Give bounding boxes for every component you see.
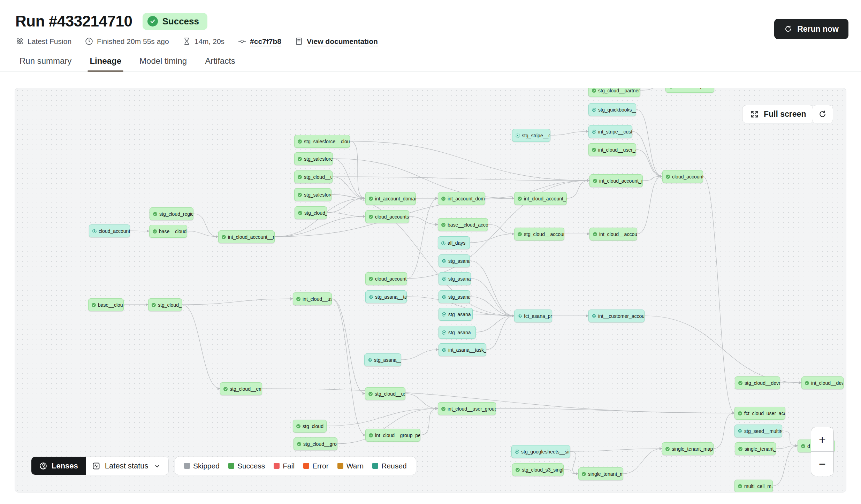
lenses-button[interactable]: Lenses bbox=[31, 457, 86, 475]
tab-lineage[interactable]: Lineage bbox=[90, 56, 121, 71]
graph-node[interactable]: single_tenant_map… bbox=[578, 467, 623, 480]
status-badge: Success bbox=[143, 13, 207, 30]
graph-node[interactable]: stg_cloud__group… bbox=[294, 437, 337, 450]
zoom-out-button[interactable]: − bbox=[811, 452, 833, 476]
graph-node[interactable]: stg_asana… bbox=[439, 254, 470, 267]
graph-node[interactable]: int_cloud_account__m… bbox=[218, 230, 275, 243]
graph-node[interactable]: int_cloud__devel… bbox=[801, 376, 844, 389]
graph-node[interactable]: stg_salesforce__cloud_… bbox=[294, 135, 350, 148]
clock-icon bbox=[85, 37, 93, 46]
graph-node[interactable]: cloud_account… bbox=[89, 224, 130, 237]
graph-node[interactable]: fct_asana_proj… bbox=[514, 310, 552, 322]
graph-node[interactable]: stg_cloud__devel… bbox=[735, 376, 780, 389]
success-status-icon bbox=[801, 444, 805, 448]
success-status-icon bbox=[593, 232, 597, 236]
tab-artifacts[interactable]: Artifacts bbox=[205, 56, 235, 71]
graph-node[interactable]: stg_cloud_region… bbox=[150, 207, 193, 220]
tab-model-timing[interactable]: Model timing bbox=[139, 56, 187, 71]
legend-label: Error bbox=[312, 462, 329, 470]
graph-node[interactable]: stg_asana_… bbox=[439, 272, 471, 285]
graph-node[interactable]: int_cloud__partner_con… bbox=[665, 88, 714, 93]
reused-status-icon bbox=[516, 133, 520, 138]
success-status-icon bbox=[298, 175, 302, 179]
graph-node[interactable]: int_cloud__accoun… bbox=[589, 228, 637, 240]
refresh-graph-button[interactable] bbox=[812, 105, 833, 123]
success-status-icon bbox=[369, 433, 373, 437]
graph-node[interactable]: stg_cloud_… bbox=[293, 420, 327, 433]
graph-node-label: int_cloud_account_ma… bbox=[524, 196, 567, 201]
graph-node[interactable]: fct_cloud_user_acc… bbox=[734, 407, 785, 420]
commit-link[interactable]: #cc7f7b8 bbox=[250, 37, 281, 46]
success-status-icon bbox=[369, 215, 373, 219]
graph-node-label: stg_stripe__c… bbox=[522, 133, 550, 138]
graph-node[interactable]: stg_seed__multireg… bbox=[734, 425, 782, 437]
graph-node[interactable]: cloud_account… bbox=[365, 272, 407, 285]
graph-node-label: int_cloud__user_ac… bbox=[598, 147, 636, 153]
graph-node[interactable]: stg_salesforce… bbox=[294, 188, 332, 201]
graph-node[interactable]: int_cloud__user_ac… bbox=[588, 143, 636, 156]
graph-node[interactable]: base__cloud_… bbox=[149, 225, 187, 238]
graph-node[interactable]: single_tenant_… bbox=[735, 442, 776, 455]
graph-node[interactable]: int_account_domain… bbox=[365, 192, 416, 205]
graph-node[interactable]: int_account_dom… bbox=[438, 192, 485, 205]
aperture-icon bbox=[39, 462, 47, 470]
graph-node[interactable]: int_asana__task_s… bbox=[439, 343, 486, 356]
legend-swatch-reused bbox=[372, 463, 378, 469]
run-meta: Latest Fusion Finished 20m 55s ago 14m, … bbox=[0, 30, 861, 46]
success-status-icon bbox=[369, 277, 373, 281]
graph-node[interactable]: base__clou… bbox=[88, 298, 124, 311]
graph-node[interactable]: stg_cloud_s3_singl… bbox=[512, 463, 564, 476]
graph-node[interactable]: stg_asana… bbox=[439, 290, 470, 303]
graph-node[interactable]: single_tenant_mapp… bbox=[662, 442, 714, 455]
lens-status-dropdown[interactable]: Latest status bbox=[86, 457, 168, 475]
graph-node-label: int_cloud__accoun… bbox=[599, 231, 637, 237]
graph-node[interactable]: cloud_accounts_… bbox=[365, 210, 409, 223]
zoom-in-button[interactable]: + bbox=[811, 427, 833, 452]
graph-node[interactable]: stg_asana__pr… bbox=[439, 326, 476, 339]
graph-node[interactable]: int_cloud__us… bbox=[293, 292, 332, 305]
tab-run-summary[interactable]: Run summary bbox=[20, 56, 71, 71]
graph-node-label: base__cloud_… bbox=[159, 229, 187, 234]
docs-meta: View documentation bbox=[295, 37, 378, 46]
graph-node[interactable]: stg_asana__… bbox=[439, 308, 473, 321]
graph-node[interactable]: int_cloud__user_group… bbox=[438, 402, 496, 415]
full-screen-button[interactable]: Full screen bbox=[742, 105, 814, 123]
graph-node[interactable]: stg_cloud__… bbox=[295, 206, 327, 219]
graph-node[interactable]: int__customer_account… bbox=[588, 310, 645, 322]
graph-node[interactable]: stg_salesforce_… bbox=[294, 152, 333, 165]
graph-node[interactable]: stg_cloud__us… bbox=[294, 170, 333, 183]
graph-node[interactable]: stg_cloud__… bbox=[148, 298, 182, 311]
reused-status-icon bbox=[442, 330, 446, 335]
graph-node[interactable]: stg_quickbooks__a… bbox=[588, 103, 636, 116]
graph-node-label: int_cloud__devel… bbox=[811, 380, 844, 386]
graph-node[interactable]: stg_asana__… bbox=[364, 353, 401, 366]
graph-node-label: int_cloud__us… bbox=[303, 296, 332, 302]
rerun-now-button[interactable]: Rerun now bbox=[774, 19, 848, 39]
graph-node[interactable]: multi_cell_m… bbox=[734, 480, 773, 492]
graph-node-label: stg_salesforce__cloud_… bbox=[304, 139, 350, 144]
view-documentation-link[interactable]: View documentation bbox=[307, 37, 378, 46]
graph-node[interactable]: stg_cloud__partner_c… bbox=[588, 88, 640, 97]
success-status-icon bbox=[153, 212, 157, 216]
graph-node[interactable]: stg_googlesheets__sin… bbox=[511, 445, 570, 458]
legend-swatch-warn bbox=[337, 463, 343, 469]
graph-node[interactable]: stg_stripe__c… bbox=[512, 129, 550, 142]
graph-node[interactable]: stg_cloud__accounts… bbox=[514, 228, 564, 240]
legend-swatch-fail bbox=[274, 463, 280, 469]
graph-node-label: stg_asana… bbox=[448, 294, 470, 300]
legend-item-reused: Reused bbox=[372, 462, 406, 470]
lineage-graph-canvas[interactable]: cloud_account…stg_cloud_region…base__clo… bbox=[15, 88, 846, 492]
graph-node[interactable]: stg_cloud__email… bbox=[220, 382, 262, 395]
success-status-icon bbox=[593, 179, 597, 183]
graph-node[interactable]: stg_cloud__us… bbox=[365, 387, 405, 400]
graph-node[interactable]: int_stripe__custo… bbox=[588, 125, 632, 138]
success-status-icon bbox=[222, 235, 226, 239]
graph-node[interactable]: int_cloud_account_ma… bbox=[514, 192, 567, 205]
graph-node[interactable]: stg_asana__tas… bbox=[365, 290, 407, 303]
graph-node[interactable]: int_cloud_account_ma… bbox=[589, 174, 643, 187]
graph-node[interactable]: all_days bbox=[438, 236, 470, 249]
graph-node-label: single_tenant_mapp… bbox=[672, 446, 714, 452]
graph-node[interactable]: base__cloud_acco… bbox=[438, 218, 488, 231]
graph-node[interactable]: int_cloud__group_per… bbox=[365, 429, 420, 442]
graph-node[interactable]: cloud_account… bbox=[662, 170, 703, 183]
